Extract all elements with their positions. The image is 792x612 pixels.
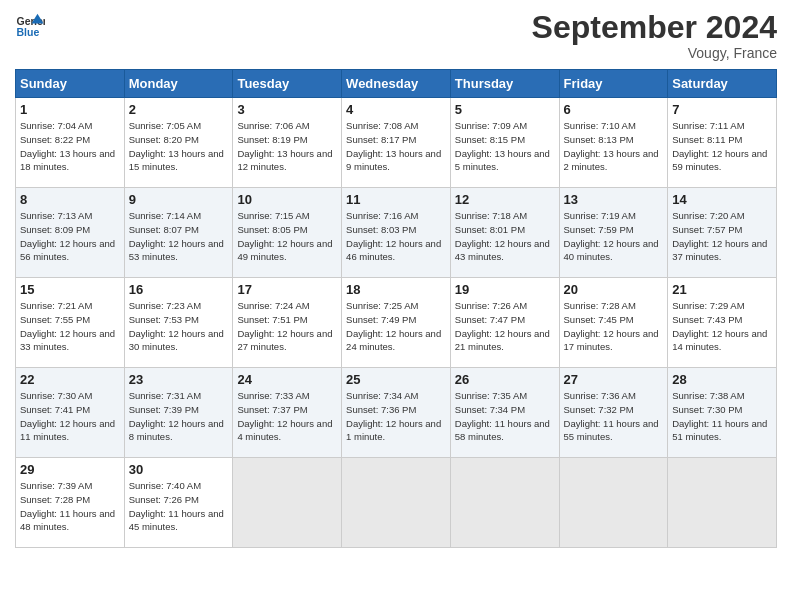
calendar-cell: 24Sunrise: 7:33 AM Sunset: 7:37 PM Dayli… — [233, 368, 342, 458]
day-info: Sunrise: 7:34 AM Sunset: 7:36 PM Dayligh… — [346, 389, 446, 444]
day-info: Sunrise: 7:40 AM Sunset: 7:26 PM Dayligh… — [129, 479, 229, 534]
day-info: Sunrise: 7:16 AM Sunset: 8:03 PM Dayligh… — [346, 209, 446, 264]
day-info: Sunrise: 7:20 AM Sunset: 7:57 PM Dayligh… — [672, 209, 772, 264]
calendar-week-row: 8Sunrise: 7:13 AM Sunset: 8:09 PM Daylig… — [16, 188, 777, 278]
day-info: Sunrise: 7:05 AM Sunset: 8:20 PM Dayligh… — [129, 119, 229, 174]
calendar-cell: 26Sunrise: 7:35 AM Sunset: 7:34 PM Dayli… — [450, 368, 559, 458]
location: Vougy, France — [532, 45, 777, 61]
day-number: 7 — [672, 102, 772, 117]
calendar-cell: 7Sunrise: 7:11 AM Sunset: 8:11 PM Daylig… — [668, 98, 777, 188]
calendar-week-row: 22Sunrise: 7:30 AM Sunset: 7:41 PM Dayli… — [16, 368, 777, 458]
day-number: 10 — [237, 192, 337, 207]
calendar-cell: 3Sunrise: 7:06 AM Sunset: 8:19 PM Daylig… — [233, 98, 342, 188]
calendar-cell: 23Sunrise: 7:31 AM Sunset: 7:39 PM Dayli… — [124, 368, 233, 458]
day-number: 20 — [564, 282, 664, 297]
calendar-cell — [559, 458, 668, 548]
day-number: 9 — [129, 192, 229, 207]
day-info: Sunrise: 7:10 AM Sunset: 8:13 PM Dayligh… — [564, 119, 664, 174]
day-number: 28 — [672, 372, 772, 387]
logo-icon: General Blue — [15, 10, 45, 40]
calendar-cell: 27Sunrise: 7:36 AM Sunset: 7:32 PM Dayli… — [559, 368, 668, 458]
day-info: Sunrise: 7:25 AM Sunset: 7:49 PM Dayligh… — [346, 299, 446, 354]
day-number: 29 — [20, 462, 120, 477]
day-number: 26 — [455, 372, 555, 387]
calendar-cell: 20Sunrise: 7:28 AM Sunset: 7:45 PM Dayli… — [559, 278, 668, 368]
calendar-cell: 9Sunrise: 7:14 AM Sunset: 8:07 PM Daylig… — [124, 188, 233, 278]
day-info: Sunrise: 7:13 AM Sunset: 8:09 PM Dayligh… — [20, 209, 120, 264]
calendar-cell: 30Sunrise: 7:40 AM Sunset: 7:26 PM Dayli… — [124, 458, 233, 548]
day-number: 15 — [20, 282, 120, 297]
day-info: Sunrise: 7:11 AM Sunset: 8:11 PM Dayligh… — [672, 119, 772, 174]
day-number: 3 — [237, 102, 337, 117]
day-number: 22 — [20, 372, 120, 387]
day-number: 19 — [455, 282, 555, 297]
day-info: Sunrise: 7:08 AM Sunset: 8:17 PM Dayligh… — [346, 119, 446, 174]
day-info: Sunrise: 7:06 AM Sunset: 8:19 PM Dayligh… — [237, 119, 337, 174]
header-monday: Monday — [124, 70, 233, 98]
day-info: Sunrise: 7:24 AM Sunset: 7:51 PM Dayligh… — [237, 299, 337, 354]
day-info: Sunrise: 7:26 AM Sunset: 7:47 PM Dayligh… — [455, 299, 555, 354]
day-number: 23 — [129, 372, 229, 387]
calendar-cell: 15Sunrise: 7:21 AM Sunset: 7:55 PM Dayli… — [16, 278, 125, 368]
calendar-week-row: 1Sunrise: 7:04 AM Sunset: 8:22 PM Daylig… — [16, 98, 777, 188]
calendar-cell: 8Sunrise: 7:13 AM Sunset: 8:09 PM Daylig… — [16, 188, 125, 278]
day-number: 13 — [564, 192, 664, 207]
calendar-cell: 5Sunrise: 7:09 AM Sunset: 8:15 PM Daylig… — [450, 98, 559, 188]
day-info: Sunrise: 7:33 AM Sunset: 7:37 PM Dayligh… — [237, 389, 337, 444]
weekday-header-row: Sunday Monday Tuesday Wednesday Thursday… — [16, 70, 777, 98]
calendar-cell: 6Sunrise: 7:10 AM Sunset: 8:13 PM Daylig… — [559, 98, 668, 188]
day-number: 6 — [564, 102, 664, 117]
header: General Blue September 2024 Vougy, Franc… — [15, 10, 777, 61]
day-number: 2 — [129, 102, 229, 117]
day-info: Sunrise: 7:04 AM Sunset: 8:22 PM Dayligh… — [20, 119, 120, 174]
day-number: 27 — [564, 372, 664, 387]
day-number: 17 — [237, 282, 337, 297]
calendar-week-row: 15Sunrise: 7:21 AM Sunset: 7:55 PM Dayli… — [16, 278, 777, 368]
day-number: 4 — [346, 102, 446, 117]
calendar-cell: 12Sunrise: 7:18 AM Sunset: 8:01 PM Dayli… — [450, 188, 559, 278]
calendar-cell: 21Sunrise: 7:29 AM Sunset: 7:43 PM Dayli… — [668, 278, 777, 368]
calendar-cell: 16Sunrise: 7:23 AM Sunset: 7:53 PM Dayli… — [124, 278, 233, 368]
day-info: Sunrise: 7:30 AM Sunset: 7:41 PM Dayligh… — [20, 389, 120, 444]
day-info: Sunrise: 7:36 AM Sunset: 7:32 PM Dayligh… — [564, 389, 664, 444]
day-number: 24 — [237, 372, 337, 387]
day-number: 18 — [346, 282, 446, 297]
header-wednesday: Wednesday — [342, 70, 451, 98]
calendar-cell — [233, 458, 342, 548]
calendar-cell — [450, 458, 559, 548]
calendar-cell: 25Sunrise: 7:34 AM Sunset: 7:36 PM Dayli… — [342, 368, 451, 458]
calendar-cell: 17Sunrise: 7:24 AM Sunset: 7:51 PM Dayli… — [233, 278, 342, 368]
calendar-cell: 1Sunrise: 7:04 AM Sunset: 8:22 PM Daylig… — [16, 98, 125, 188]
calendar-cell — [668, 458, 777, 548]
calendar-cell: 19Sunrise: 7:26 AM Sunset: 7:47 PM Dayli… — [450, 278, 559, 368]
calendar-cell: 11Sunrise: 7:16 AM Sunset: 8:03 PM Dayli… — [342, 188, 451, 278]
day-info: Sunrise: 7:28 AM Sunset: 7:45 PM Dayligh… — [564, 299, 664, 354]
calendar-cell — [342, 458, 451, 548]
day-number: 30 — [129, 462, 229, 477]
header-saturday: Saturday — [668, 70, 777, 98]
header-friday: Friday — [559, 70, 668, 98]
month-title: September 2024 — [532, 10, 777, 45]
day-info: Sunrise: 7:23 AM Sunset: 7:53 PM Dayligh… — [129, 299, 229, 354]
svg-text:Blue: Blue — [17, 26, 40, 38]
day-info: Sunrise: 7:21 AM Sunset: 7:55 PM Dayligh… — [20, 299, 120, 354]
day-info: Sunrise: 7:31 AM Sunset: 7:39 PM Dayligh… — [129, 389, 229, 444]
day-info: Sunrise: 7:35 AM Sunset: 7:34 PM Dayligh… — [455, 389, 555, 444]
day-number: 16 — [129, 282, 229, 297]
day-number: 8 — [20, 192, 120, 207]
calendar-cell: 10Sunrise: 7:15 AM Sunset: 8:05 PM Dayli… — [233, 188, 342, 278]
calendar-cell: 4Sunrise: 7:08 AM Sunset: 8:17 PM Daylig… — [342, 98, 451, 188]
title-area: September 2024 Vougy, France — [532, 10, 777, 61]
day-number: 21 — [672, 282, 772, 297]
day-info: Sunrise: 7:19 AM Sunset: 7:59 PM Dayligh… — [564, 209, 664, 264]
day-info: Sunrise: 7:09 AM Sunset: 8:15 PM Dayligh… — [455, 119, 555, 174]
header-tuesday: Tuesday — [233, 70, 342, 98]
calendar-cell: 28Sunrise: 7:38 AM Sunset: 7:30 PM Dayli… — [668, 368, 777, 458]
calendar-cell: 13Sunrise: 7:19 AM Sunset: 7:59 PM Dayli… — [559, 188, 668, 278]
header-sunday: Sunday — [16, 70, 125, 98]
calendar-cell: 2Sunrise: 7:05 AM Sunset: 8:20 PM Daylig… — [124, 98, 233, 188]
calendar-cell: 29Sunrise: 7:39 AM Sunset: 7:28 PM Dayli… — [16, 458, 125, 548]
logo: General Blue — [15, 10, 45, 40]
day-info: Sunrise: 7:39 AM Sunset: 7:28 PM Dayligh… — [20, 479, 120, 534]
header-thursday: Thursday — [450, 70, 559, 98]
